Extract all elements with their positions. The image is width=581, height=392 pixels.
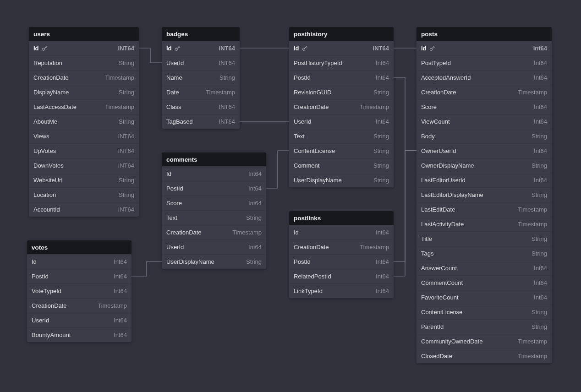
column-type: String [532, 323, 547, 330]
column-row[interactable]: PostHistoryTypeIdInt64 [289, 55, 394, 70]
column-row[interactable]: DateTimestamp [162, 85, 240, 99]
column-row[interactable]: LastEditDateTimestamp [417, 202, 552, 217]
column-row[interactable]: VoteTypeIdInt64 [27, 283, 132, 298]
column-row[interactable]: DisplayNameString [29, 85, 139, 99]
table-users[interactable]: usersIdINT64ReputationStringCreationDate… [29, 27, 139, 217]
column-row[interactable]: TitleString [417, 231, 552, 246]
column-row[interactable]: DownVotesINT64 [29, 158, 139, 173]
column-row[interactable]: UserIdInt64 [27, 313, 132, 327]
column-row[interactable]: ScoreInt64 [417, 99, 552, 114]
column-row[interactable]: IdInt64 [27, 254, 132, 269]
column-row[interactable]: ParentIdString [417, 319, 552, 334]
column-row[interactable]: UserIdInt64 [289, 114, 394, 129]
column-name: PostId [166, 185, 183, 192]
column-row[interactable]: AcceptedAnswerIdInt64 [417, 70, 552, 85]
column-row[interactable]: ContentLicenseString [417, 305, 552, 319]
column-row[interactable]: IdINT64 [29, 41, 139, 55]
column-row[interactable]: OwnerDisplayNameString [417, 158, 552, 173]
column-row[interactable]: UserDisplayNameString [289, 173, 394, 187]
column-row[interactable]: CommunityOwnedDateTimestamp [417, 334, 552, 348]
column-row[interactable]: PostIdInt64 [289, 70, 394, 85]
column-row[interactable]: TextString [289, 129, 394, 143]
column-row[interactable]: CreationDateTimestamp [27, 298, 132, 313]
column-type: String [532, 133, 547, 140]
column-row[interactable]: ScoreInt64 [162, 196, 266, 210]
column-row[interactable]: IdINT64 [162, 41, 240, 55]
table-posthistory[interactable]: posthistoryIdINT64PostHistoryTypeIdInt64… [289, 27, 394, 187]
column-row[interactable]: BountyAmountInt64 [27, 327, 132, 342]
table-posts[interactable]: postsIdInt64PostTypeIdInt64AcceptedAnswe… [417, 27, 552, 363]
column-row[interactable]: CreationDateTimestamp [162, 225, 266, 240]
column-row[interactable]: CommentString [289, 158, 394, 173]
column-row[interactable]: LastActivityDateTimestamp [417, 217, 552, 231]
column-row[interactable]: CreationDateTimestamp [289, 99, 394, 114]
table-header[interactable]: posts [417, 27, 552, 41]
column-type: String [532, 250, 547, 257]
column-name: RelatedPostId [294, 273, 331, 280]
table-header[interactable]: votes [27, 240, 132, 254]
column-name: AcceptedAnswerId [421, 74, 471, 81]
column-row[interactable]: ViewCountInt64 [417, 114, 552, 129]
column-row[interactable]: LocationString [29, 187, 139, 202]
column-row[interactable]: FavoriteCountInt64 [417, 290, 552, 305]
column-row[interactable]: UserIdInt64 [162, 240, 266, 254]
column-row[interactable]: ClassINT64 [162, 99, 240, 114]
column-row[interactable]: AnswerCountInt64 [417, 261, 552, 275]
table-comments[interactable]: commentsIdInt64PostIdInt64ScoreInt64Text… [162, 152, 266, 269]
column-row[interactable]: ClosedDateTimestamp [417, 348, 552, 363]
table-postlinks[interactable]: postlinksIdInt64CreationDateTimestampPos… [289, 211, 394, 298]
column-row[interactable]: OwnerUserIdInt64 [417, 143, 552, 158]
column-row[interactable]: LastEditorUserIdInt64 [417, 173, 552, 187]
column-row[interactable]: LinkTypeIdInt64 [289, 283, 394, 298]
column-row[interactable]: PostIdInt64 [289, 254, 394, 269]
table-header[interactable]: comments [162, 152, 266, 166]
column-row[interactable]: PostIdInt64 [162, 181, 266, 196]
column-row[interactable]: NameString [162, 70, 240, 85]
column-name: Title [421, 235, 432, 242]
column-row[interactable]: ReputationString [29, 55, 139, 70]
column-row[interactable]: TagBasedINT64 [162, 114, 240, 129]
column-row[interactable]: WebsiteUrlString [29, 173, 139, 187]
column-row[interactable]: IdInt64 [162, 166, 266, 181]
column-type: Timestamp [518, 206, 547, 213]
column-type: INT64 [118, 133, 134, 140]
column-row[interactable]: RelatedPostIdInt64 [289, 269, 394, 283]
table-votes[interactable]: votesIdInt64PostIdInt64VoteTypeIdInt64Cr… [27, 240, 132, 342]
column-row[interactable]: CreationDateTimestamp [289, 240, 394, 254]
column-row[interactable]: IdInt64 [417, 41, 552, 55]
column-row[interactable]: CreationDateTimestamp [29, 70, 139, 85]
column-name: Id [166, 170, 171, 177]
column-row[interactable]: LastEditorDisplayNameString [417, 187, 552, 202]
column-row[interactable]: TextString [162, 210, 266, 225]
column-type: String [532, 191, 547, 198]
column-row[interactable]: BodyString [417, 129, 552, 143]
column-row[interactable]: LastAccessDateTimestamp [29, 99, 139, 114]
column-row[interactable]: ContentLicenseString [289, 143, 394, 158]
column-name: AccountId [33, 206, 60, 213]
column-row[interactable]: IdInt64 [289, 225, 394, 240]
column-row[interactable]: TagsString [417, 246, 552, 261]
table-header[interactable]: users [29, 27, 139, 41]
column-row[interactable]: UpVotesINT64 [29, 143, 139, 158]
column-row[interactable]: PostIdInt64 [27, 269, 132, 283]
column-row[interactable]: UserIdINT64 [162, 55, 240, 70]
column-row[interactable]: PostTypeIdInt64 [417, 55, 552, 70]
table-badges[interactable]: badgesIdINT64UserIdINT64NameStringDateTi… [162, 27, 240, 129]
column-row[interactable]: CommentCountInt64 [417, 275, 552, 290]
column-row[interactable]: UserDisplayNameString [162, 254, 266, 269]
column-name: ContentLicense [294, 147, 335, 154]
column-type: Timestamp [518, 353, 547, 359]
table-header[interactable]: postlinks [289, 211, 394, 225]
column-name: AboutMe [33, 118, 57, 125]
column-row[interactable]: AboutMeString [29, 114, 139, 129]
column-row[interactable]: ViewsINT64 [29, 129, 139, 143]
column-row[interactable]: AccountIdINT64 [29, 202, 139, 217]
column-name: CommentCount [421, 279, 463, 286]
column-row[interactable]: IdINT64 [289, 41, 394, 55]
column-row[interactable]: CreationDateTimestamp [417, 85, 552, 99]
table-header[interactable]: posthistory [289, 27, 394, 41]
column-name: Id [166, 45, 172, 52]
column-type: Int64 [114, 332, 127, 338]
table-header[interactable]: badges [162, 27, 240, 41]
column-row[interactable]: RevisionGUIDString [289, 85, 394, 99]
